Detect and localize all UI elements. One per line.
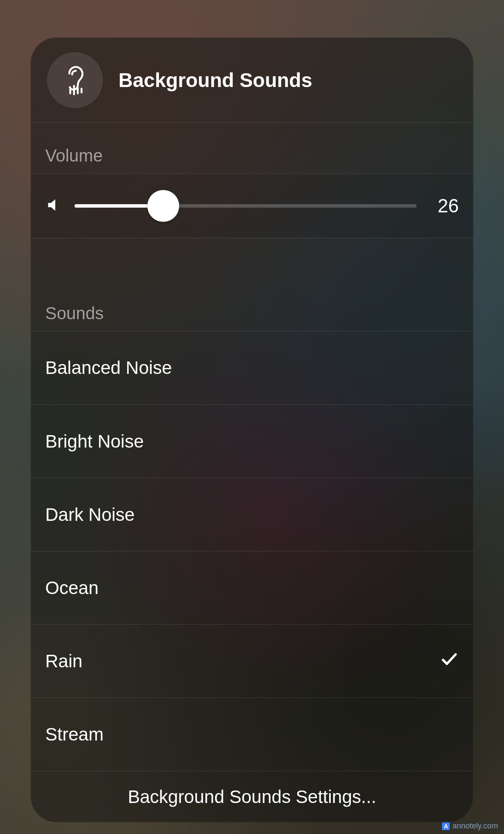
settings-link[interactable]: Background Sounds Settings... [31, 771, 473, 822]
annotely-text: annotely.com [452, 822, 498, 831]
sound-option[interactable]: Bright Noise [31, 405, 473, 478]
panel-header: Background Sounds [31, 37, 473, 123]
sound-option[interactable]: Ocean [31, 551, 473, 624]
sounds-section-label: Sounds [31, 238, 473, 331]
volume-row: 26 [31, 174, 473, 238]
sound-options-list: Balanced NoiseBright NoiseDark NoiseOcea… [31, 331, 473, 771]
volume-value: 26 [429, 195, 459, 217]
sound-option-label: Dark Noise [45, 504, 135, 525]
ear-sound-icon [47, 52, 103, 108]
checkmark-icon [440, 650, 459, 673]
sound-option[interactable]: Stream [31, 697, 473, 771]
annotely-watermark: A annotely.com [439, 821, 501, 831]
sound-option-label: Ocean [45, 578, 99, 598]
annotely-logo-icon: A [442, 822, 450, 830]
sound-option[interactable]: Rain [31, 624, 473, 697]
sound-option-label: Balanced Noise [45, 358, 172, 378]
sound-option[interactable]: Dark Noise [31, 478, 473, 551]
panel-title: Background Sounds [118, 68, 312, 92]
slider-thumb[interactable] [147, 190, 179, 222]
sound-option-label: Rain [45, 651, 82, 672]
speaker-low-icon [45, 196, 62, 215]
volume-section-label: Volume [31, 123, 473, 174]
volume-slider[interactable] [75, 189, 417, 223]
sound-option-label: Bright Noise [45, 431, 144, 452]
sound-option[interactable]: Balanced Noise [31, 331, 473, 405]
sound-option-label: Stream [45, 724, 103, 745]
background-sounds-panel: Background Sounds Volume 26 Sounds Balan… [31, 37, 473, 822]
